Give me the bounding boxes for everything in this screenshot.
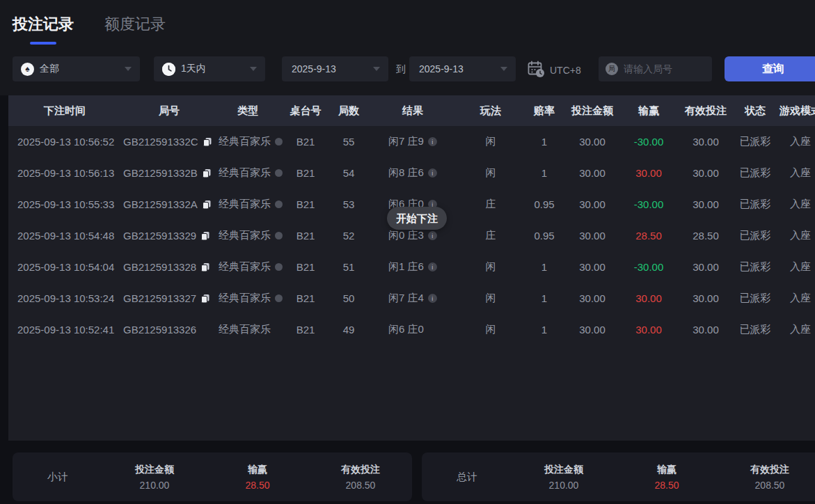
bet-time-cell: 2025-09-13 10:56:52 (8, 126, 121, 157)
summary-label: 总计 (422, 471, 512, 484)
game-type-text: 经典百家乐 (219, 198, 271, 211)
date-from-value: 2025-9-13 (292, 63, 336, 74)
table-header-row: 下注时间局号类型桌台号局数结果玩法赔率投注金额输赢有效投注状态游戏模式 (8, 95, 815, 126)
chevron-down-icon (500, 67, 507, 71)
round-id-text: GB2125913327 (123, 292, 196, 304)
table-no-cell: B21 (278, 314, 333, 345)
stat-title: 有效投注 (309, 464, 412, 476)
round-no-cell: 55 (333, 126, 365, 157)
bet-time-cell: 2025-09-13 10:52:41 (8, 314, 121, 345)
info-icon[interactable]: i (428, 137, 437, 146)
result-text: 闲0 庄3 (388, 229, 424, 242)
win-loss-value: 30.00 (635, 292, 662, 304)
bet-amount-cell: 30.00 (568, 283, 617, 314)
summary-stat: 有效投注208.50 (309, 464, 412, 491)
valid-bet-cell: 30.00 (681, 157, 731, 189)
odds-cell: 1 (521, 314, 568, 345)
stat-title: 输赢 (206, 464, 309, 476)
search-button[interactable]: 查询 (725, 56, 815, 81)
game-type-cell: 经典百家乐 (217, 220, 278, 251)
copy-icon[interactable] (200, 294, 210, 304)
table-no-cell: B21 (278, 126, 333, 157)
round-number-input[interactable] (624, 63, 704, 74)
total-panel: 总计投注金额210.00输赢28.50有效投注208.50 (422, 452, 815, 501)
odds-cell: 0.95 (521, 220, 568, 251)
copy-icon[interactable] (203, 137, 212, 147)
column-header: 投注金额 (568, 95, 617, 126)
chevron-down-icon (125, 67, 132, 71)
info-icon[interactable]: i (428, 168, 437, 178)
round-id-text: GB2125913328 (123, 261, 196, 273)
win-loss-value: 30.00 (635, 324, 662, 336)
time-range-select[interactable]: 1天内 (154, 56, 265, 81)
bet-time-cell: 2025-09-13 10:53:24 (8, 283, 121, 314)
clock-icon (162, 63, 175, 76)
round-id-cell: GB2125913327 (121, 283, 217, 314)
tab-quota-records-label: 额度记录 (104, 15, 166, 33)
win-loss-cell: -30.00 (617, 189, 681, 220)
bet-amount-cell: 30.00 (568, 126, 617, 157)
calendar-clock-icon (527, 60, 545, 81)
table-no-cell: B21 (278, 283, 333, 314)
info-icon[interactable]: i (428, 231, 437, 240)
copy-icon[interactable] (200, 262, 210, 272)
game-type-text: 经典百家乐 (219, 323, 271, 336)
status-cell: 已派彩 (731, 283, 780, 314)
win-loss-cell: 28.50 (617, 220, 681, 251)
status-cell: 已派彩 (731, 314, 780, 345)
date-to-picker[interactable]: 2025-9-13 (409, 56, 516, 81)
table-no-cell: B21 (278, 157, 333, 189)
round-no-cell: 53 (333, 189, 365, 220)
stat-value: 208.50 (309, 480, 412, 491)
result-cell: 闲7 庄4i (365, 283, 461, 314)
game-type-select[interactable]: ♠ 全部 (13, 56, 140, 81)
round-number-field[interactable]: 局 (599, 56, 712, 81)
play-cell: 闲 (461, 126, 521, 157)
copy-icon[interactable] (200, 231, 210, 241)
bet-time-cell: 2025-09-13 10:56:13 (8, 157, 121, 189)
win-loss-value: 30.00 (635, 167, 662, 179)
status-cell: 已派彩 (731, 251, 780, 283)
play-cell: 庄 (461, 189, 521, 220)
table-row: 2025-09-13 10:56:52GB212591332C经典百家乐B215… (8, 126, 815, 157)
result-cell: 闲8 庄6i (365, 157, 461, 189)
result-text: 闲7 庄9 (388, 135, 424, 148)
column-header: 局数 (333, 95, 365, 126)
filter-bar: ♠ 全部 1天内 2025-9-13 到 2025-9-13 (0, 56, 815, 81)
stat-title: 投注金额 (103, 464, 206, 476)
win-loss-cell: 30.00 (617, 157, 681, 189)
game-mode-cell: 入座 (780, 283, 815, 314)
info-icon[interactable]: i (428, 294, 437, 303)
valid-bet-cell: 30.00 (681, 283, 731, 314)
stat-title: 输赢 (615, 464, 718, 476)
win-loss-cell: 30.00 (617, 314, 681, 345)
round-id-cell: GB2125913328 (121, 251, 217, 283)
game-type-cell: 经典百家乐 (217, 314, 278, 345)
status-cell: 已派彩 (731, 220, 780, 251)
game-type-value: 全部 (40, 63, 59, 75)
info-icon[interactable]: i (428, 262, 437, 271)
game-type-cell: 经典百家乐 (217, 126, 278, 157)
odds-cell: 1 (521, 126, 568, 157)
result-text: 闲6 庄0 (388, 323, 424, 336)
table-row: 2025-09-13 10:56:13GB212591332B经典百家乐B215… (8, 157, 815, 189)
win-loss-value: 28.50 (635, 230, 662, 242)
odds-cell: 1 (521, 283, 568, 314)
summary-stat: 投注金额210.00 (512, 464, 615, 491)
round-id-text: GB212591332C (123, 136, 198, 148)
tab-quota-records[interactable]: 额度记录 (104, 14, 166, 42)
bet-amount-cell: 30.00 (568, 189, 617, 220)
date-from-picker[interactable]: 2025-9-13 (282, 56, 388, 81)
copy-icon[interactable] (202, 200, 212, 210)
round-no-cell: 50 (333, 283, 365, 314)
column-header: 结果 (365, 95, 461, 126)
bet-amount-cell: 30.00 (568, 220, 617, 251)
tab-betting-records[interactable]: 投注记录 (13, 14, 74, 42)
result-cell: 闲6 庄0 (365, 314, 461, 345)
copy-icon[interactable] (202, 168, 212, 178)
game-mode-cell: 入座 (780, 126, 815, 157)
bet-amount-cell: 30.00 (568, 314, 617, 345)
game-type-cell: 经典百家乐 (217, 251, 278, 283)
summary-stat: 输赢28.50 (615, 464, 718, 491)
date-to-label: 到 (393, 56, 409, 81)
